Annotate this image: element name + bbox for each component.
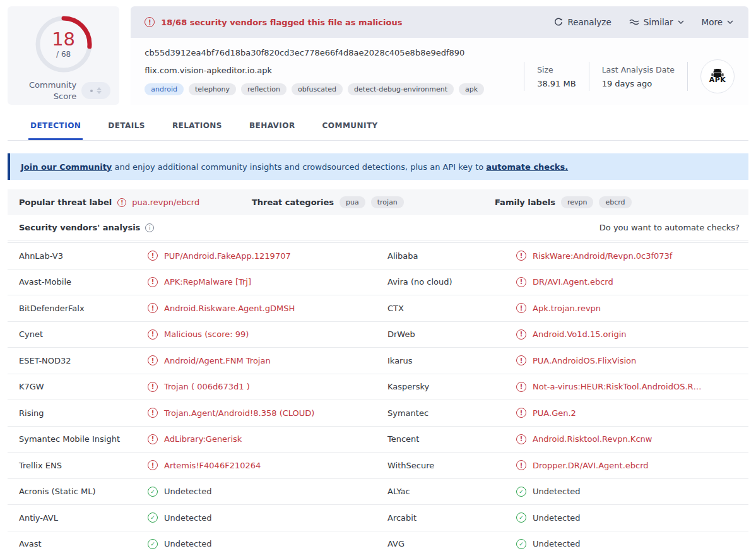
detection-result: !RiskWare:Android/Revpn.0c3f073f	[516, 251, 748, 261]
reanalyze-icon	[554, 18, 563, 27]
apk-file-type-badge: APK	[700, 59, 735, 93]
detection-result: !Android.Riskware.Agent.gDMSH	[148, 303, 376, 313]
join-community-link[interactable]: Join our Community	[21, 162, 112, 172]
banner-middle-text: and enjoy additional community insights …	[112, 162, 486, 172]
info-icon[interactable]: i	[145, 223, 154, 232]
last-analysis-meta: Last Analysis Date 19 days ago	[589, 62, 687, 91]
detection-result-text: DR/AVI.Agent.ebcrd	[533, 277, 613, 287]
file-card: ! 18/68 security vendors flagged this fi…	[131, 6, 748, 105]
vendor-name: ESET-NOD32	[8, 356, 148, 365]
detection-result: !Trojan ( 006d673d1 )	[148, 382, 376, 392]
community-vote-widget[interactable]	[81, 82, 110, 99]
family-label-pill: ebcrd	[599, 196, 631, 208]
vendor-name: DrWeb	[376, 329, 516, 339]
family-labels-label: Family labels	[495, 198, 555, 207]
tab-behavior[interactable]: BEHAVIOR	[247, 121, 297, 140]
detection-result-text: RiskWare:Android/Revpn.0c3f073f	[533, 251, 672, 261]
table-row: BitDefenderFalx!Android.Riskware.Agent.g…	[8, 295, 748, 322]
warning-icon: !	[516, 382, 526, 392]
tag-apk[interactable]: apk	[459, 83, 484, 95]
vendor-name: AVG	[376, 539, 516, 548]
tag-reflection[interactable]: reflection	[241, 83, 286, 95]
size-meta: Size 38.91 MB	[524, 62, 588, 91]
table-row: AhnLab-V3!PUP/Android.FakeApp.1219707Ali…	[8, 243, 748, 270]
detection-result-text: PUA.AndroidOS.FlixVision	[533, 356, 636, 365]
vendor-name: Avast-Mobile	[8, 277, 148, 287]
check-icon: ✓	[516, 539, 526, 549]
similar-button[interactable]: Similar	[629, 17, 684, 27]
vendor-name: K7GW	[8, 382, 148, 391]
vendor-name: Alibaba	[376, 251, 516, 261]
detection-result: !DR/AVI.Agent.ebcrd	[516, 277, 748, 287]
more-button[interactable]: More	[702, 17, 733, 27]
warning-icon: !	[516, 434, 526, 444]
chevron-down-icon	[678, 20, 684, 24]
vendor-name: Tencent	[376, 434, 516, 444]
detection-result-text: Trojan.Agent/Android!8.358 (CLOUD)	[164, 408, 314, 418]
detection-result: !Trojan.Agent/Android!8.358 (CLOUD)	[148, 408, 376, 418]
detection-result: !Apk.trojan.revpn	[516, 303, 748, 313]
vendor-name: WithSecure	[376, 461, 516, 470]
tab-community[interactable]: COMMUNITY	[321, 121, 380, 140]
check-icon: ✓	[148, 539, 158, 549]
detection-result-text: Android.Vo1d.15.origin	[533, 329, 627, 339]
detection-result-text: Not-a-virus:HEUR:RiskTool.AndroidOS.R…	[533, 382, 702, 391]
tab-detection[interactable]: DETECTION	[28, 121, 83, 140]
tag-android[interactable]: android	[145, 83, 184, 95]
header: 18 / 68 CommunityScore ! 18/68 security …	[0, 0, 756, 105]
table-row: Acronis (Static ML)✓UndetectedALYac✓Unde…	[8, 479, 748, 506]
warning-icon: !	[516, 251, 526, 261]
join-community-banner: Join our Community and enjoy additional …	[8, 153, 748, 180]
detection-result: !Android/Agent.FNM Trojan	[148, 355, 376, 365]
threat-category-pill: pua	[340, 196, 365, 208]
warning-icon: !	[148, 303, 158, 313]
detection-result-text: Undetected	[164, 539, 212, 548]
vendor-name: Rising	[8, 408, 148, 418]
vendor-name: Ikarus	[376, 356, 516, 365]
warning-icon: !	[148, 460, 158, 470]
tag-detect-debug-environment[interactable]: detect-debug-environment	[348, 83, 454, 95]
warning-icon: !	[145, 17, 155, 27]
vote-arrows-icon[interactable]	[97, 87, 102, 94]
detection-count: 18	[52, 30, 75, 49]
detection-result-text: Dropper.DR/AVI.Agent.ebcrd	[533, 461, 649, 470]
popular-threat-label: Popular threat label	[19, 198, 112, 207]
warning-icon: !	[516, 408, 526, 418]
detection-result-text: Android/Agent.FNM Trojan	[164, 356, 271, 365]
tag-telephony[interactable]: telephony	[189, 83, 236, 95]
detection-result: !Not-a-virus:HEUR:RiskTool.AndroidOS.R…	[516, 382, 748, 392]
warning-icon: !	[117, 198, 126, 207]
detection-result: !Android.Vo1d.15.origin	[516, 329, 748, 340]
detection-result: !PUA.Gen.2	[516, 408, 748, 418]
vendor-name: AhnLab-V3	[8, 251, 148, 261]
detection-result: ✓Undetected	[148, 487, 376, 497]
vendor-name: Arcabit	[376, 513, 516, 523]
detection-result-text: Artemis!F4046F210264	[164, 461, 261, 470]
tab-details[interactable]: DETAILS	[106, 121, 147, 140]
warning-icon: !	[516, 329, 526, 340]
detection-result: !Android.Risktool.Revpn.Kcnw	[516, 434, 748, 444]
vendor-name: BitDefenderFalx	[8, 304, 148, 313]
file-meta: Size 38.91 MB Last Analysis Date 19 days…	[524, 48, 748, 105]
automate-checks-link[interactable]: automate checks.	[486, 162, 568, 172]
vendor-name: Acronis (Static ML)	[8, 487, 148, 496]
table-row: Rising!Trojan.Agent/Android!8.358 (CLOUD…	[8, 400, 748, 427]
detection-result-text: APK:RepMalware [Trj]	[164, 277, 251, 287]
file-type-wrap: APK	[687, 62, 735, 91]
tag-obfuscated[interactable]: obfuscated	[292, 83, 343, 95]
chevron-down-icon	[727, 20, 733, 24]
detection-result: !Artemis!F4046F210264	[148, 460, 376, 470]
vendor-name: Avira (no cloud)	[376, 277, 516, 287]
detection-result: ✓Undetected	[516, 512, 748, 523]
vendor-name: Kaspersky	[376, 382, 516, 391]
tab-relations[interactable]: RELATIONS	[170, 121, 224, 140]
table-row: Cynet!Malicious (score: 99)DrWeb!Android…	[8, 322, 748, 348]
detection-result-text: Android.Risktool.Revpn.Kcnw	[533, 434, 652, 444]
last-analysis-value: 19 days ago	[602, 79, 675, 88]
warning-icon: !	[516, 355, 526, 365]
detection-gauge: 18 / 68	[33, 14, 94, 74]
family-label-pill: revpn	[561, 196, 594, 208]
size-value: 38.91 MB	[537, 79, 576, 88]
reanalyze-button[interactable]: Reanalyze	[554, 17, 611, 27]
score-card: 18 / 68 CommunityScore	[8, 6, 119, 105]
